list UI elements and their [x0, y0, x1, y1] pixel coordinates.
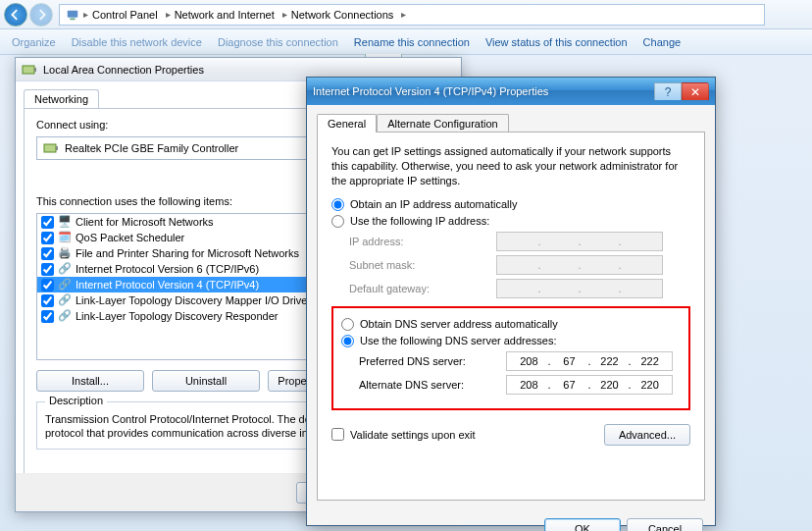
gateway-label: Default gateway: — [349, 283, 496, 294]
service-icon: 🗓️ — [58, 231, 72, 244]
client-icon: 🖥️ — [58, 215, 72, 229]
svg-rect-1 — [70, 18, 75, 20]
breadcrumb-item[interactable]: ▸Network and Internet — [162, 9, 279, 21]
breadcrumb-item[interactable]: ▸Control Panel — [79, 9, 162, 21]
ipv4-general-panel: You can get IP settings assigned automat… — [317, 132, 705, 501]
protocol-icon: 🔗 — [58, 309, 72, 323]
item-label: Link-Layer Topology Discovery Responder — [76, 310, 278, 322]
ipv4-properties-dialog: Internet Protocol Version 4 (TCP/IPv4) P… — [306, 77, 716, 526]
validate-label: Validate settings upon exit — [350, 429, 476, 441]
item-checkbox[interactable] — [41, 294, 54, 307]
adapter-icon — [22, 62, 37, 78]
chevron-right-icon: ▸ — [401, 9, 406, 20]
breadcrumb-item[interactable]: ▸Network Connections — [279, 9, 398, 21]
ipv4-titlebar[interactable]: Internet Protocol Version 4 (TCP/IPv4) P… — [307, 78, 715, 105]
cmd-rename[interactable]: Rename this connection — [354, 36, 470, 48]
svg-rect-2 — [23, 66, 34, 74]
nic-icon — [43, 140, 59, 156]
ipv4-tabstrip: General Alternate Configuration — [317, 113, 705, 132]
item-label: Internet Protocol Version 6 (TCP/IPv6) — [76, 263, 259, 275]
ip-auto-label: Obtain an IP address automatically — [350, 198, 517, 210]
alternate-dns-label: Alternate DNS server: — [359, 379, 506, 391]
item-checkbox[interactable] — [41, 263, 54, 276]
nav-back-button[interactable] — [4, 3, 27, 27]
adapter-name: Realtek PCIe GBE Family Controller — [65, 142, 238, 154]
item-label: Internet Protocol Version 4 (TCP/IPv4) — [76, 279, 259, 291]
dns-auto-row[interactable]: Obtain DNS server address automatically — [341, 318, 681, 331]
ip-auto-radio[interactable] — [331, 198, 344, 211]
cmd-organize[interactable]: Organize — [12, 36, 56, 48]
nav-buttons — [4, 3, 53, 27]
uninstall-button[interactable]: Uninstall — [152, 370, 260, 392]
validate-checkbox[interactable] — [331, 428, 344, 441]
description-legend: Description — [45, 395, 107, 406]
dns-highlight-box: Obtain DNS server address automatically … — [331, 306, 690, 410]
subnet-label: Subnet mask: — [349, 259, 496, 271]
item-label: Link-Layer Topology Discovery Mapper I/O… — [76, 294, 307, 306]
item-label: File and Printer Sharing for Microsoft N… — [76, 247, 299, 259]
ip-address-label: IP address: — [349, 236, 496, 247]
cmd-change[interactable]: Change — [643, 36, 682, 48]
svg-rect-3 — [34, 68, 36, 72]
preferred-dns-input[interactable]: 208. 67. 222. 222 — [506, 351, 673, 371]
svg-rect-5 — [56, 146, 58, 150]
breadcrumb-label: Control Panel — [92, 9, 158, 21]
protocol-icon: 🔗 — [58, 278, 72, 292]
help-button[interactable]: ? — [654, 82, 682, 100]
tab-general[interactable]: General — [317, 114, 377, 133]
close-button[interactable]: ✕ — [682, 82, 709, 100]
dns-manual-row[interactable]: Use the following DNS server addresses: — [341, 335, 681, 347]
breadcrumb[interactable]: ▸Control Panel ▸Network and Internet ▸Ne… — [59, 4, 765, 26]
preferred-dns-label: Preferred DNS server: — [359, 355, 506, 367]
validate-row[interactable]: Validate settings upon exit — [331, 428, 476, 441]
svg-rect-0 — [68, 10, 78, 17]
dns-manual-radio[interactable] — [341, 335, 354, 347]
protocol-icon: 🔗 — [58, 262, 72, 276]
cmd-disable[interactable]: Disable this network device — [72, 36, 202, 48]
install-button[interactable]: Install... — [36, 370, 144, 392]
dns-auto-radio[interactable] — [341, 318, 354, 331]
item-label: Client for Microsoft Networks — [76, 216, 214, 228]
ip-manual-radio[interactable] — [331, 215, 344, 228]
breadcrumb-label: Network Connections — [291, 9, 394, 21]
item-checkbox[interactable] — [41, 232, 54, 244]
dns-manual-label: Use the following DNS server addresses: — [360, 335, 557, 346]
gateway-input: ... — [496, 279, 663, 298]
lac-title-text: Local Area Connection Properties — [43, 64, 204, 76]
ipv4-ok-cancel-row: OK Cancel — [307, 510, 715, 531]
item-checkbox[interactable] — [41, 310, 54, 323]
explorer-commandbar: Organize Disable this network device Dia… — [0, 29, 812, 55]
svg-rect-4 — [44, 144, 56, 152]
network-icon — [66, 8, 79, 22]
item-label: QoS Packet Scheduler — [76, 232, 184, 243]
protocol-icon: 🔗 — [58, 293, 72, 307]
advanced-button[interactable]: Advanced... — [604, 424, 690, 446]
explorer-topbar: ▸Control Panel ▸Network and Internet ▸Ne… — [0, 0, 812, 29]
item-checkbox[interactable] — [41, 247, 54, 260]
dns-auto-label: Obtain DNS server address automatically — [360, 318, 558, 330]
cmd-diagnose[interactable]: Diagnose this connection — [218, 36, 338, 48]
chevron-right-icon: ▸ — [166, 9, 171, 20]
intro-text: You can get IP settings assigned automat… — [331, 144, 690, 188]
window-buttons: ? ✕ — [654, 82, 709, 100]
item-checkbox[interactable] — [41, 279, 54, 292]
ip-manual-label: Use the following IP address: — [350, 215, 489, 227]
breadcrumb-tail: ▸ — [397, 9, 410, 20]
tab-alternate-config[interactable]: Alternate Configuration — [377, 114, 509, 133]
item-checkbox[interactable] — [41, 216, 54, 229]
ipv4-ok-button[interactable]: OK — [544, 518, 621, 531]
tab-networking[interactable]: Networking — [24, 89, 99, 108]
subnet-input: ... — [496, 255, 663, 275]
chevron-right-icon: ▸ — [83, 9, 88, 20]
ip-auto-row[interactable]: Obtain an IP address automatically — [331, 198, 690, 211]
ip-address-input: ... — [496, 232, 663, 251]
cmd-viewstatus[interactable]: View status of this connection — [485, 36, 628, 48]
service-icon: 🖨️ — [58, 246, 72, 260]
nav-forward-button[interactable] — [29, 3, 53, 27]
alternate-dns-input[interactable]: 208. 67. 220. 220 — [506, 375, 673, 395]
ip-manual-row[interactable]: Use the following IP address: — [331, 215, 690, 228]
ipv4-cancel-button[interactable]: Cancel — [627, 518, 703, 531]
ipv4-title-text: Internet Protocol Version 4 (TCP/IPv4) P… — [313, 85, 548, 97]
breadcrumb-label: Network and Internet — [175, 9, 275, 21]
chevron-right-icon: ▸ — [282, 9, 287, 20]
